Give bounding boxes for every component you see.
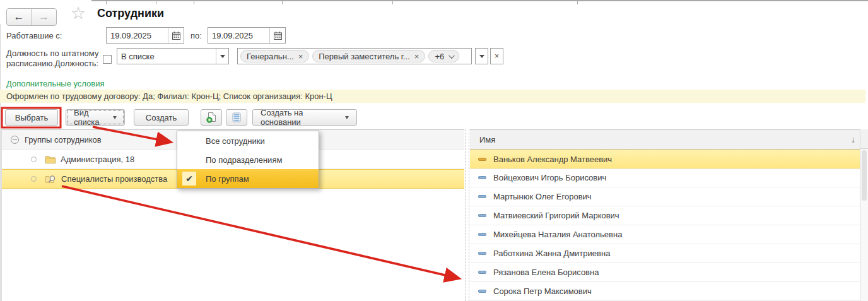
menu-item-label: По подразделениям <box>206 155 282 165</box>
employee-name: Сорока Петр Максимович <box>493 286 592 296</box>
tree-root-label: Группы сотрудников <box>25 135 102 145</box>
calendar-icon <box>274 32 282 40</box>
tab-separator <box>392 1 393 4</box>
back-icon: ← <box>14 11 25 23</box>
column-header-label: Имя <box>479 135 495 145</box>
sort-descending-icon: ↓ <box>851 134 855 145</box>
select-button[interactable]: Выбрать <box>5 109 58 126</box>
employee-item-icon <box>478 195 486 198</box>
favorite-star-icon[interactable]: ☆ <box>71 5 86 22</box>
applied-filters-bar: Оформлен по трудовому договору: Да; Фили… <box>0 90 865 103</box>
table-row[interactable]: Матвиевский Григорий Маркович <box>470 206 868 225</box>
create-based-on-button[interactable]: Создать на основании <box>252 109 357 126</box>
menu-item-by-departments[interactable]: По подразделениям <box>177 150 319 169</box>
checkmark-icon: ✔ <box>182 172 196 186</box>
employee-item-icon <box>478 271 486 274</box>
comparison-combobox[interactable]: В списке <box>117 48 229 64</box>
tree-leaf-icon <box>31 176 37 182</box>
additional-conditions-link[interactable]: Дополнительные условия <box>6 79 105 88</box>
position-filter-label-line2: расписанию.Должность: <box>6 59 98 69</box>
list-view-menu: Все сотрудники По подразделениям ✔ По гр… <box>177 131 319 189</box>
employee-name: Работкина Жанна Дмитриевна <box>493 249 610 258</box>
table-row[interactable]: Рязанова Елена Борисовна <box>470 263 868 282</box>
tab-separator <box>282 1 283 4</box>
table-row[interactable]: Михейцева Наталия Анатольевна <box>470 225 868 244</box>
tags-clear-button[interactable]: × <box>490 48 503 64</box>
scrollbar-header-cap <box>860 129 868 149</box>
remove-tag-icon[interactable]: × <box>298 52 303 61</box>
table-row[interactable]: Мартынюк Олег Егорович <box>470 187 868 206</box>
calendar-button[interactable] <box>168 28 184 43</box>
employee-item-icon <box>478 158 486 161</box>
folder-icon <box>45 155 56 163</box>
more-tags-pill[interactable]: +6 <box>428 50 459 62</box>
chevron-down-icon <box>479 55 484 58</box>
create-button-label: Создать <box>146 113 177 122</box>
vertical-scrollbar[interactable] <box>860 129 868 301</box>
menu-item-label: Все сотрудники <box>206 136 265 146</box>
calendar-icon <box>172 32 180 40</box>
date-to-field <box>208 27 286 44</box>
date-to-input[interactable] <box>208 28 269 43</box>
position-tag[interactable]: Первый заместитель г... × <box>312 50 425 62</box>
table-row[interactable]: Войцехович Игорь Борисович <box>470 168 868 187</box>
collapse-icon[interactable] <box>11 136 19 144</box>
worked-from-label: Работавшие с: <box>6 31 62 40</box>
date-from-field <box>106 27 184 44</box>
employee-item-icon <box>478 233 486 236</box>
chevron-down-icon <box>345 116 349 119</box>
back-button[interactable]: ← <box>7 9 32 25</box>
list-settings-button[interactable] <box>226 109 247 126</box>
new-document-plus-icon <box>206 112 217 123</box>
employee-item-icon <box>478 290 486 293</box>
position-tags-field[interactable]: Генеральн... × Первый заместитель г... ×… <box>237 48 472 64</box>
forward-button[interactable]: → <box>32 9 56 25</box>
more-tags-count: +6 <box>435 52 444 61</box>
tab-separator <box>106 1 107 4</box>
list-view-button[interactable]: Вид списка <box>66 109 125 126</box>
table-row[interactable]: Сорока Петр Максимович <box>470 282 868 301</box>
tab-separator <box>156 1 156 4</box>
tab-separator <box>194 1 194 4</box>
tree-item-label: Специалисты производства <box>61 174 167 184</box>
calendar-button[interactable] <box>269 28 285 43</box>
position-tag[interactable]: Генеральн... × <box>240 50 309 62</box>
employee-name: Михейцева Наталия Анатольевна <box>493 230 622 239</box>
combobox-dropdown-button[interactable] <box>216 49 228 64</box>
tree-leaf-icon <box>31 156 37 162</box>
scrollbar-thumb[interactable] <box>862 150 867 201</box>
checkmark-glyph: ✔ <box>185 174 193 184</box>
employees-window: ← → ☆ Сотрудники Работавшие с: по: <box>0 0 868 301</box>
window-left-edge <box>0 24 1 301</box>
list-view-button-label: Вид списка <box>74 108 109 127</box>
position-filter-label: Должность по штатному расписанию.Должнос… <box>6 49 98 69</box>
menu-item-by-groups[interactable]: ✔ По группам <box>177 169 319 188</box>
tree-item-label: Администрация, 18 <box>61 155 134 164</box>
employee-item-icon <box>478 214 486 217</box>
chevron-down-icon <box>220 55 225 58</box>
forward-icon: → <box>38 11 49 23</box>
table-row[interactable]: Работкина Жанна Дмитриевна <box>470 244 868 263</box>
create-button[interactable]: Создать <box>134 109 189 126</box>
employee-name: Мартынюк Олег Егорович <box>493 192 592 201</box>
employee-item-icon <box>478 252 486 255</box>
chevron-down-icon <box>449 52 455 59</box>
menu-item-label: По группам <box>206 174 249 184</box>
menu-item-all-employees[interactable]: Все сотрудники <box>177 131 319 150</box>
tag-label: Первый заместитель г... <box>319 52 410 61</box>
panel-splitter[interactable] <box>465 129 469 301</box>
create-group-button[interactable] <box>201 109 222 126</box>
employee-name: Ваньков Александр Матвеевич <box>493 155 612 164</box>
employee-name: Матвиевский Григорий Маркович <box>493 211 619 220</box>
tab-separator <box>577 1 578 4</box>
create-based-on-label: Создать на основании <box>261 108 341 127</box>
remove-tag-icon[interactable]: × <box>414 52 419 61</box>
position-filter-label-line1: Должность по штатному <box>6 49 98 59</box>
table-row[interactable]: Ваньков Александр Матвеевич <box>470 150 868 168</box>
date-from-input[interactable] <box>107 28 168 43</box>
chevron-down-icon <box>113 116 117 119</box>
window-top-edge <box>91 0 868 1</box>
column-header-name[interactable]: Имя ↓ <box>470 130 868 150</box>
position-filter-checkbox[interactable] <box>103 55 112 64</box>
tags-dropdown-button[interactable] <box>475 48 488 64</box>
